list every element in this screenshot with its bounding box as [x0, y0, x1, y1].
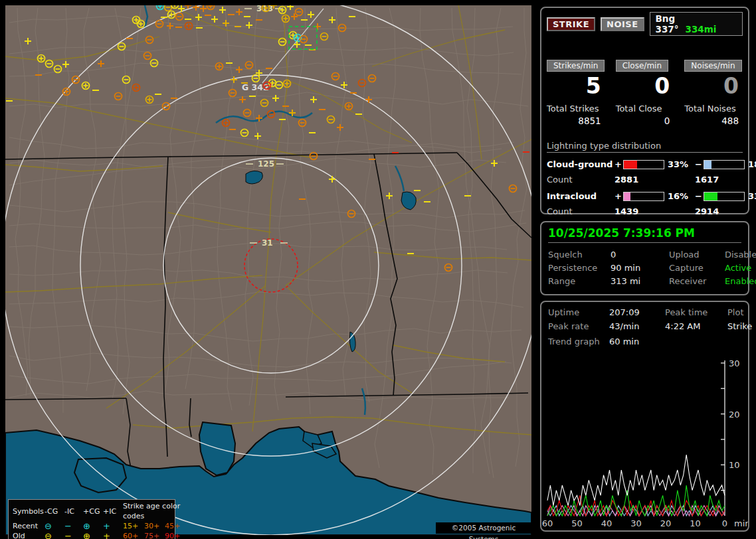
cg-pos-recent-icon: ⊕	[83, 522, 103, 530]
ic-neg-recent-icon: −	[64, 522, 83, 530]
strike-toggle-button[interactable]: STRIKE	[547, 17, 595, 31]
svg-text:40: 40	[601, 518, 613, 528]
ic-negative-count: 2914	[695, 206, 743, 216]
peak-rate-label: Peak rate	[548, 321, 609, 331]
plus-sign: +	[614, 191, 623, 201]
datetime-display: 10/25/2025 7:39:16 PM	[548, 226, 741, 243]
age-badge-45: 45+	[165, 521, 183, 531]
legend-row-label: Old	[13, 531, 45, 539]
bearing-distance-readout: Bng 337°334mi	[650, 12, 743, 36]
legend-symbols-header: Symbols	[13, 506, 45, 516]
legend-header-row: Symbols -CG -IC +CG +IC Strike age color…	[13, 501, 172, 521]
legend-col-cg-pos: +CG	[83, 506, 103, 516]
ic-positive-bar	[623, 192, 664, 201]
ic-negative-pct: 33%	[745, 191, 756, 201]
upload-status: Disabled	[725, 250, 756, 260]
legend-row-recent: Recent ⊖ − ⊕ + 15+ 30+ 45+	[13, 521, 172, 531]
legend-row-label: Recent	[13, 521, 45, 531]
cg-negative-bar	[704, 160, 745, 169]
legend-col-ic-pos: +IC	[103, 506, 123, 516]
session-trend-panel: Uptime 207:09 Peak time Plot Peak rate 4…	[540, 301, 749, 532]
legend-age-header: Strike age color codes	[123, 501, 183, 521]
minus-sign: −	[695, 159, 704, 169]
legend-col-cg-neg: -CG	[45, 506, 64, 516]
receiver-status: Enabled	[725, 276, 756, 286]
squelch-label: Squelch	[548, 250, 611, 260]
svg-text:min: min	[734, 518, 748, 528]
total-strikes-label: Total Strikes	[547, 104, 605, 114]
cloud-ground-count-row: Count 2881 1617	[547, 175, 743, 185]
svg-text:10: 10	[690, 518, 701, 528]
ic-neg-old-icon: −	[64, 532, 83, 539]
noises-per-min-column: Noises/min 0 Total Noises 488	[684, 58, 743, 126]
svg-text:0: 0	[722, 518, 727, 528]
uptime-label: Uptime	[548, 307, 609, 317]
svg-text:10: 10	[729, 460, 740, 470]
noise-toggle-button[interactable]: NOISE	[601, 17, 644, 31]
age-badge-30: 30+	[144, 521, 165, 531]
peak-rate-value: 43/min	[609, 321, 665, 331]
total-strikes-value: 8851	[547, 116, 605, 126]
svg-text:313: 313	[256, 5, 273, 13]
age-badge-15: 15+	[123, 521, 144, 531]
cg-negative-count: 1617	[695, 175, 743, 185]
range-label: Range	[548, 276, 611, 286]
cloud-ground-row: Cloud-ground + 33% − 18%	[547, 159, 743, 169]
cg-neg-recent-icon: ⊖	[45, 522, 64, 530]
svg-text:30: 30	[630, 518, 642, 528]
ic-positive-count: 1439	[614, 206, 695, 216]
cg-neg-old-icon: ⊖	[45, 532, 64, 539]
count-label: Count	[547, 206, 614, 216]
uptime-value: 207:09	[609, 307, 665, 317]
plot-label: Plot	[727, 307, 752, 317]
plot-value: Strike	[727, 321, 752, 331]
receiver-label: Receiver	[669, 276, 725, 286]
persistence-value: 90 min	[611, 263, 669, 273]
ic-positive-pct: 16%	[664, 191, 695, 201]
svg-text:60: 60	[542, 518, 553, 528]
cloud-ground-label: Cloud-ground	[547, 159, 614, 169]
intracloud-row: Intracloud + 16% − 33%	[547, 191, 743, 201]
total-close-value: 0	[616, 116, 674, 126]
map-legend: Symbols -CG -IC +CG +IC Strike age color…	[8, 499, 175, 539]
svg-text:125: 125	[258, 159, 274, 169]
svg-text:30: 30	[729, 358, 740, 368]
close-per-min-chip[interactable]: Close/min	[616, 60, 668, 72]
total-noises-value: 488	[684, 116, 743, 126]
capture-label: Capture	[669, 263, 725, 273]
capture-status: Active	[725, 263, 756, 273]
cg-positive-bar	[623, 160, 664, 169]
map-canvas: 31312531 G 342°	[5, 5, 531, 535]
strike-counters-panel: STRIKE NOISE Bng 337°334mi Strikes/min 5…	[540, 7, 749, 214]
cg-pos-old-icon: ⊕	[83, 532, 103, 539]
svg-text:50: 50	[571, 518, 583, 528]
ic-negative-bar	[704, 192, 745, 201]
svg-text:20: 20	[660, 518, 672, 528]
upload-label: Upload	[669, 250, 725, 260]
svg-text:20: 20	[729, 410, 740, 420]
cg-positive-count: 2881	[614, 175, 695, 185]
total-noises-label: Total Noises	[684, 104, 743, 114]
bearing-value: Bng 337°	[656, 13, 679, 35]
strikes-per-min-value: 5	[547, 73, 605, 100]
strikes-per-min-column: Strikes/min 5 Total Strikes 8851	[547, 58, 605, 126]
app-window: { "app": { "copyright": "©2005 Astrogeni…	[0, 0, 756, 539]
plus-sign: +	[614, 159, 623, 169]
lightning-map[interactable]: 31312531 G 342° Symbols -CG -IC +CG +IC …	[5, 5, 531, 535]
age-badge-75: 75+	[144, 531, 165, 539]
count-label: Count	[547, 175, 614, 185]
legend-col-ic-neg: -IC	[64, 506, 83, 516]
strikes-per-min-chip[interactable]: Strikes/min	[547, 60, 605, 72]
ic-pos-old-icon: +	[103, 532, 123, 539]
cg-positive-pct: 33%	[664, 159, 695, 169]
distribution-title: Lightning type distribution	[547, 141, 743, 153]
total-close-label: Total Close	[616, 104, 674, 114]
svg-text:31: 31	[262, 238, 273, 248]
minus-sign: −	[695, 191, 704, 201]
distance-value: 334mi	[686, 24, 717, 35]
noises-per-min-chip[interactable]: Noises/min	[684, 60, 741, 72]
peak-time-label: Peak time	[665, 307, 727, 317]
ic-pos-recent-icon: +	[103, 522, 123, 530]
peak-time-value: 4:22 AM	[665, 321, 727, 331]
intracloud-count-row: Count 1439 2914	[547, 206, 743, 216]
